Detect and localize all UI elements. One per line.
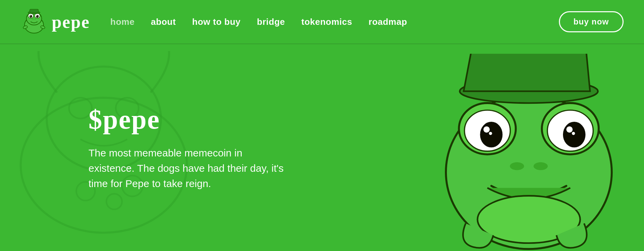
main-nav: home about how to buy bridge tokenomics … [110,17,559,27]
svg-rect-11 [30,9,38,13]
buy-now-button[interactable]: buy now [559,11,624,32]
svg-point-19 [107,194,122,210]
header: pepe home about how to buy bridge tokeno… [0,0,644,44]
svg-point-6 [30,15,31,16]
hero-frog-right-icon [406,54,644,251]
logo-text: pepe [52,12,90,32]
svg-point-31 [572,132,575,135]
svg-point-29 [566,126,573,133]
svg-point-33 [534,162,548,170]
nav-item-about[interactable]: about [151,17,176,27]
hero-section: $pepe The most memeable memecoin in exis… [0,44,644,251]
logo-icon [20,8,48,35]
nav-item-how-to-buy[interactable]: how to buy [192,17,241,27]
nav-item-tokenomics[interactable]: tokenomics [301,17,352,27]
svg-point-4 [29,15,32,18]
hero-description: The most memeable memecoin in existence.… [88,145,286,191]
hero-title: $pepe [88,104,286,135]
svg-point-5 [36,15,39,18]
svg-point-28 [483,126,490,133]
svg-point-8 [32,19,34,19]
nav-item-roadmap[interactable]: roadmap [369,17,407,27]
hero-content: $pepe The most memeable memecoin in exis… [88,104,286,191]
logo-area: pepe [20,8,90,35]
nav-item-bridge[interactable]: bridge [257,17,285,27]
svg-point-7 [36,15,37,16]
svg-point-32 [510,162,524,170]
svg-point-30 [489,132,492,135]
svg-point-9 [34,19,36,19]
nav-item-home[interactable]: home [110,17,134,27]
